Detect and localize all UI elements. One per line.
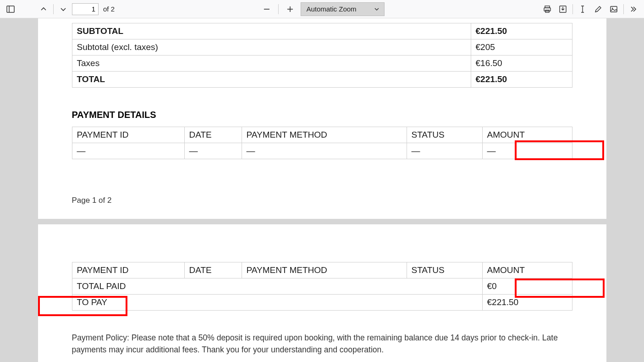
- payment-details-heading: PAYMENT DETAILS: [72, 110, 572, 120]
- to-pay-value: €221.50: [482, 295, 572, 311]
- col-date: DATE: [184, 127, 242, 143]
- table-header-row: PAYMENT ID DATE PAYMENT METHOD STATUS AM…: [72, 127, 572, 143]
- col-amount: AMOUNT: [482, 127, 572, 143]
- image-icon: [610, 5, 618, 13]
- col-payment-id: PAYMENT ID: [72, 262, 184, 278]
- sidebar-toggle-button[interactable]: [4, 2, 17, 16]
- col-date: DATE: [184, 262, 242, 278]
- toolbar-left-group: of 2: [4, 2, 115, 16]
- pdf-page-2: PAYMENT ID DATE PAYMENT METHOD STATUS AM…: [38, 224, 606, 362]
- image-tool-button[interactable]: [607, 2, 621, 16]
- payment-policy-text: Payment Policy: Please note that a 50% d…: [72, 332, 572, 356]
- table-row: — — — — —: [72, 143, 572, 159]
- sidebar-icon: [6, 5, 15, 13]
- page-total-label: of 2: [103, 5, 115, 13]
- zoom-select-label: Automatic Zoom: [306, 5, 356, 13]
- page-footer-label: Page 1 of 2: [72, 196, 572, 205]
- col-amount: AMOUNT: [482, 262, 572, 278]
- cell: —: [482, 143, 572, 159]
- total-paid-value: €0: [482, 278, 572, 295]
- to-pay-label: TO PAY: [72, 295, 482, 311]
- table-row: SUBTOTAL €221.50: [72, 23, 572, 39]
- pencil-icon: [594, 5, 602, 13]
- svg-point-10: [612, 7, 613, 9]
- total-paid-label: TOTAL PAID: [72, 278, 482, 295]
- minus-icon: [263, 6, 270, 13]
- payment-details-table: PAYMENT ID DATE PAYMENT METHOD STATUS AM…: [72, 127, 572, 159]
- svg-rect-0: [7, 6, 14, 12]
- printer-icon: [543, 5, 551, 13]
- col-status: STATUS: [407, 262, 482, 278]
- page-number-input[interactable]: [72, 3, 99, 15]
- summary-label: Subtotal (excl. taxes): [72, 39, 471, 56]
- col-payment-id: PAYMENT ID: [72, 127, 184, 143]
- separator: [623, 4, 624, 14]
- table-row: TOTAL €221.50: [72, 72, 572, 88]
- summary-table: SUBTOTAL €221.50 Subtotal (excl. taxes) …: [72, 23, 572, 88]
- separator: [53, 4, 54, 14]
- separator: [278, 4, 278, 14]
- col-method: PAYMENT METHOD: [242, 127, 407, 143]
- cell: —: [242, 143, 407, 159]
- table-row: Subtotal (excl. taxes) €205: [72, 39, 572, 56]
- print-button[interactable]: [540, 2, 554, 16]
- pdf-toolbar: of 2 Automatic Zoom: [0, 0, 644, 18]
- plus-icon: [286, 6, 293, 13]
- cell: —: [72, 143, 184, 159]
- svg-rect-9: [611, 6, 617, 12]
- page-up-button[interactable]: [37, 2, 50, 16]
- payment-summary-table: PAYMENT ID DATE PAYMENT METHOD STATUS AM…: [72, 262, 572, 311]
- zoom-out-button[interactable]: [259, 2, 273, 16]
- chevron-double-right-icon: [629, 5, 638, 13]
- cell: —: [184, 143, 242, 159]
- table-header-row: PAYMENT ID DATE PAYMENT METHOD STATUS AM…: [72, 262, 572, 278]
- summary-value: €221.50: [471, 72, 572, 88]
- zoom-select[interactable]: Automatic Zoom: [300, 2, 384, 16]
- zoom-in-button[interactable]: [283, 2, 297, 16]
- summary-value: €221.50: [471, 23, 572, 39]
- table-row: TO PAY €221.50: [72, 295, 572, 311]
- cell: —: [407, 143, 482, 159]
- text-tool-button[interactable]: [576, 2, 589, 16]
- summary-label: SUBTOTAL: [72, 23, 471, 39]
- table-row: Taxes €16.50: [72, 56, 572, 72]
- summary-value: €205: [471, 39, 572, 56]
- pdf-page-1: SUBTOTAL €221.50 Subtotal (excl. taxes) …: [38, 18, 606, 219]
- chevron-down-icon: [60, 6, 67, 13]
- col-method: PAYMENT METHOD: [242, 262, 407, 278]
- save-icon: [559, 5, 567, 13]
- draw-tool-button[interactable]: [591, 2, 605, 16]
- pdf-viewer[interactable]: SUBTOTAL €221.50 Subtotal (excl. taxes) …: [0, 18, 644, 362]
- table-row: TOTAL PAID €0: [72, 278, 572, 295]
- more-tools-button[interactable]: [627, 2, 640, 16]
- toolbar-center-group: Automatic Zoom: [259, 2, 384, 16]
- chevron-down-icon: [374, 6, 380, 12]
- toolbar-right-group: [540, 2, 640, 16]
- summary-label: TOTAL: [72, 72, 471, 88]
- page-down-button[interactable]: [56, 2, 70, 16]
- svg-rect-6: [544, 8, 550, 11]
- summary-value: €16.50: [471, 56, 572, 72]
- download-button[interactable]: [556, 2, 570, 16]
- text-cursor-icon: [579, 5, 586, 13]
- separator: [572, 4, 573, 14]
- chevron-up-icon: [40, 6, 47, 13]
- summary-label: Taxes: [72, 56, 471, 72]
- col-status: STATUS: [407, 127, 482, 143]
